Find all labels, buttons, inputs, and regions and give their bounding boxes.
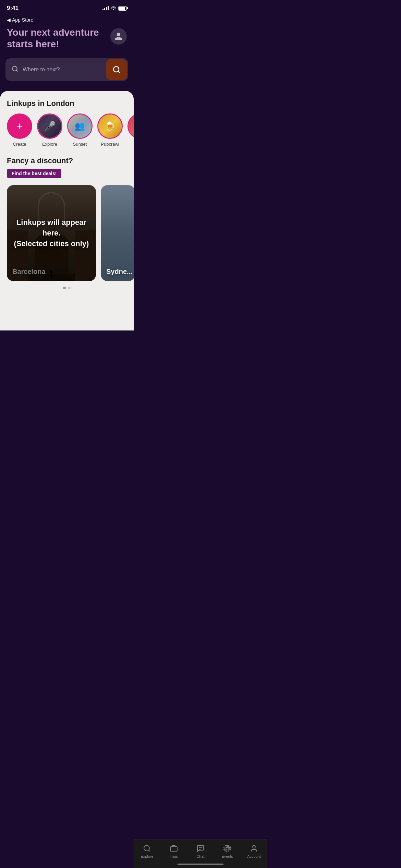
search-button[interactable] (106, 59, 127, 80)
wifi-icon (111, 6, 116, 11)
circle-da: ✊ (127, 113, 134, 139)
linkups-section-title: Linkups in London (0, 99, 134, 108)
status-icons (102, 6, 127, 11)
profile-avatar[interactable] (110, 28, 127, 45)
page-title: Your next adventure starts here! (7, 27, 110, 50)
dot-2 (68, 287, 71, 289)
discount-title: Fancy a discount? (7, 156, 127, 165)
circle-sunset: 👥 (67, 113, 93, 139)
signal-icon (102, 6, 109, 10)
circles-row: + Create 🎤 Explore 👥 Sunset 🍺 Pubcrawl (0, 113, 134, 147)
svg-point-0 (13, 66, 17, 71)
discount-badge[interactable]: Find the best deals! (7, 169, 61, 178)
dot-1 (63, 287, 66, 289)
circle-pubcrawl: 🍺 (97, 113, 123, 139)
app-header: ◀ App Store Your next adventure starts h… (0, 14, 134, 58)
circle-item-explore[interactable]: 🎤 Explore (37, 113, 62, 147)
main-content: Linkups in London + Create 🎤 Explore 👥 S… (0, 91, 134, 330)
circle-item-create[interactable]: + Create (7, 113, 32, 147)
search-bar (5, 58, 128, 81)
city-card-label-sydney: Sydne... (106, 268, 133, 276)
search-icon (5, 60, 23, 80)
circle-label-pubcrawl: Pubcrawl (101, 142, 119, 147)
circle-label-create: Create (13, 142, 26, 147)
circle-item-pubcrawl[interactable]: 🍺 Pubcrawl (97, 113, 123, 147)
city-cards-row: Barcelona Linkups will appear here.(Sele… (0, 185, 134, 281)
status-time: 9:41 (7, 5, 19, 12)
back-arrow-icon: ◀ (7, 17, 11, 23)
circle-label-explore: Explore (42, 142, 57, 147)
page-indicator (0, 287, 134, 289)
overlay-text: Linkups will appear here.(Selected citie… (7, 210, 96, 256)
city-card-sydney[interactable]: Sydne... (101, 185, 134, 281)
user-icon (114, 32, 123, 41)
circle-explore: 🎤 (37, 113, 62, 139)
circle-item-da[interactable]: ✊ Da... (127, 113, 134, 147)
discount-section: Fancy a discount? Find the best deals! (0, 156, 134, 178)
svg-line-1 (16, 70, 18, 72)
status-bar: 9:41 (0, 0, 134, 14)
header-row: Your next adventure starts here! (7, 27, 127, 50)
app-store-back[interactable]: ◀ App Store (7, 17, 127, 23)
circle-create: + (7, 113, 32, 139)
search-input[interactable] (23, 61, 105, 78)
circle-label-sunset: Sunset (73, 142, 87, 147)
app-store-label: App Store (12, 17, 33, 23)
circle-item-sunset[interactable]: 👥 Sunset (67, 113, 93, 147)
battery-icon (118, 6, 127, 11)
plus-icon: + (16, 121, 23, 132)
overlay-message: Linkups will appear here.(Selected citie… (7, 185, 96, 281)
search-container (0, 58, 134, 91)
city-card-barcelona[interactable]: Barcelona Linkups will appear here.(Sele… (7, 185, 96, 281)
